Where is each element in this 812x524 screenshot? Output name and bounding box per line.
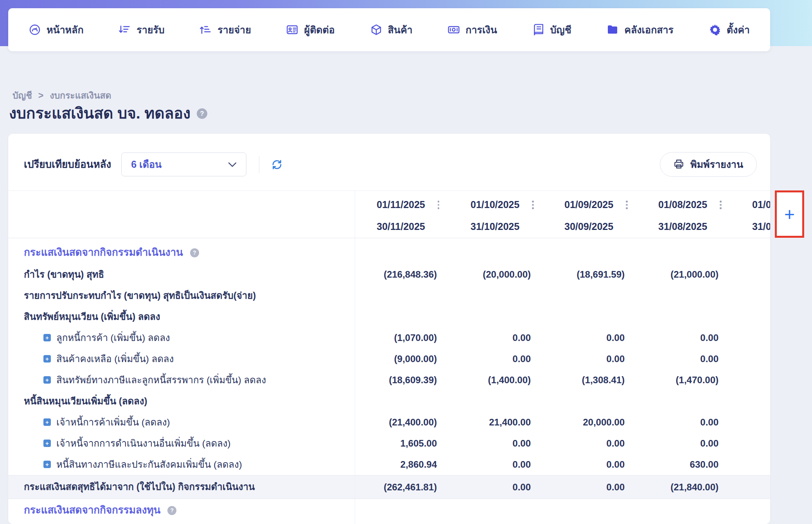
nav-item-income[interactable]: รายรับ: [119, 23, 164, 37]
table-row-bold: กำไร (ขาดทุน) สุทธิ(216,848.36)(20,000.0…: [8, 264, 770, 285]
row-label-cell: +หนี้สินทางภาษีและประกันสังคมเพิ่มขึ้น (…: [8, 458, 355, 472]
expand-row-icon[interactable]: +: [43, 334, 51, 341]
compare-label: เปรียบเทียบย้อนหลัง: [24, 157, 111, 171]
nav-item-accounting[interactable]: บัญชี: [532, 23, 571, 37]
table-row-bold: หนี้สินหมุนเวียนเพิ่มขึ้น (ลดลง): [8, 391, 770, 412]
table-row-expand: +เจ้าหนี้การค้าเพิ่มขึ้น (ลดลง)(21,400.0…: [8, 412, 770, 433]
print-report-button[interactable]: พิมพ์รายงาน: [660, 152, 757, 177]
nav-item-label: การเงิน: [465, 23, 497, 37]
row-value: 0.00: [543, 332, 636, 344]
help-icon[interactable]: ?: [167, 506, 176, 515]
row-value: 0.00: [449, 353, 543, 365]
row-value: 2,860.94: [355, 458, 449, 470]
period-end-line: 31/07/2025: [752, 221, 770, 232]
nav-item-settings[interactable]: ตั้งค่า: [709, 23, 750, 37]
row-value: 0.00: [543, 481, 636, 493]
expand-row-icon[interactable]: +: [43, 355, 51, 362]
period-start-date: 01/10/2025: [471, 199, 519, 210]
documents-icon: [606, 23, 619, 36]
row-label-cell: หนี้สินหมุนเวียนเพิ่มขึ้น (ลดลง): [8, 395, 355, 408]
row-value: 0.00: [449, 437, 543, 449]
row-label-cell: รายการปรับกระทบกำไร (ขาดทุน) สุทธิเป็นเง…: [8, 289, 355, 303]
breadcrumb-current-page: งบกระแสเงินสด: [50, 89, 111, 102]
period-dropdown-value: 6 เดือน: [131, 158, 228, 171]
row-label: หนี้สินทางภาษีและประกันสังคมเพิ่มขึ้น (ล…: [56, 458, 242, 472]
column-header-3: 01/09/202530/09/2025: [543, 191, 636, 238]
expand-row-icon[interactable]: +: [43, 376, 51, 384]
column-menu-icon[interactable]: [437, 200, 440, 210]
column-header-2: 01/10/202531/10/2025: [449, 191, 543, 238]
nav-item-label: ผู้ติดต่อ: [304, 23, 334, 37]
period-start-date: 01/11/2025: [377, 199, 425, 210]
expand-row-icon[interactable]: +: [43, 461, 51, 468]
row-value: 0.00: [449, 332, 543, 344]
expand-row-icon[interactable]: +: [43, 418, 51, 426]
row-label-cell: +สินค้าคงเหลือ (เพิ่มขึ้น) ลดลง: [8, 352, 355, 366]
row-label-cell: +เจ้าหนี้จากการดำเนินงานอื่นเพิ่มขึ้น (ล…: [8, 437, 355, 450]
row-label-cell: +เจ้าหนี้การค้าเพิ่มขึ้น (ลดลง): [8, 416, 355, 429]
row-value: 20,000.00: [543, 416, 636, 428]
expand-row-icon[interactable]: +: [43, 440, 51, 447]
column-menu-icon[interactable]: [625, 200, 629, 210]
row-value: (1,400.00): [449, 374, 543, 386]
period-start-date: 01/07/2025: [752, 199, 770, 210]
nav-item-finance[interactable]: การเงิน: [447, 23, 497, 37]
nav-item-home[interactable]: หน้าหลัก: [29, 23, 84, 37]
help-icon[interactable]: ?: [197, 108, 207, 119]
period-start-line: 01/08/2025: [658, 199, 730, 210]
row-label: กระแสเงินสดสุทธิได้มาจาก (ใช้ไปใน) กิจกร…: [24, 480, 255, 494]
nav-item-label: คลังเอกสาร: [624, 23, 674, 37]
breadcrumb: บัญชี > งบกระแสเงินสด: [13, 89, 111, 102]
row-label-cell: สินทรัพย์หมุนเวียน (เพิ่มขึ้น) ลดลง: [8, 310, 355, 324]
period-dropdown[interactable]: 6 เดือน: [121, 153, 246, 176]
row-label: เจ้าหนี้จากการดำเนินงานอื่นเพิ่มขึ้น (ลด…: [56, 437, 230, 450]
column-menu-icon[interactable]: [531, 200, 535, 210]
row-label-cell: กระแสเงินสดจากกิจกรรมลงทุน?: [8, 503, 355, 518]
table-row-expand: +สินทรัพย์ทางภาษีและลูกหนี้สรรพากร (เพิ่…: [8, 370, 770, 391]
row-label: กระแสเงินสดจากกิจกรรมลงทุน: [24, 503, 160, 518]
expense-icon: [199, 23, 212, 36]
table-row-section: กระแสเงินสดจากกิจกรรมลงทุน?: [8, 499, 770, 522]
column-menu-icon[interactable]: [719, 200, 722, 210]
nav-item-documents[interactable]: คลังเอกสาร: [606, 23, 674, 37]
table-column-divider: [355, 190, 355, 524]
row-value: 0.00: [543, 458, 636, 470]
printer-icon: [674, 159, 684, 170]
nav-item-contacts[interactable]: ผู้ติดต่อ: [286, 23, 334, 37]
period-end-line: 30/09/2025: [564, 221, 636, 232]
row-value: 0.00: [543, 353, 636, 365]
row-value: 1,605.00: [355, 437, 449, 449]
nav-item-label: ตั้งค่า: [727, 23, 750, 37]
nav-item-label: รายจ่าย: [217, 23, 251, 37]
breadcrumb-separator: >: [38, 90, 43, 101]
chevron-down-icon: [228, 162, 237, 167]
table-row-expand: +หนี้สินทางภาษีและประกันสังคมเพิ่มขึ้น (…: [8, 454, 770, 475]
period-end-line: 31/08/2025: [658, 221, 730, 232]
breadcrumb-link-accounting[interactable]: บัญชี: [13, 89, 32, 102]
page-title-row: งบกระแสเงินสด บจ. ทดลอง ?: [9, 102, 207, 125]
row-value: (21,840.00): [636, 481, 730, 493]
refresh-icon[interactable]: [271, 159, 283, 170]
row-label-cell: กำไร (ขาดทุน) สุทธิ: [8, 268, 355, 282]
accounting-icon: [532, 23, 545, 36]
nav-item-expense[interactable]: รายจ่าย: [199, 23, 251, 37]
period-start-line: 01/11/2025: [377, 199, 449, 210]
nav-item-label: บัญชี: [550, 23, 571, 37]
table-row-expand: +เจ้าหนี้จากการดำเนินงานอื่นเพิ่มขึ้น (ล…: [8, 433, 770, 454]
help-icon[interactable]: ?: [190, 248, 199, 257]
period-end-date: 31/08/2025: [658, 221, 707, 232]
row-value: 0.00: [449, 481, 543, 493]
nav-item-products[interactable]: สินค้า: [370, 23, 413, 37]
table-row-section: กระแสเงินสดจากกิจกรรมดำเนินงาน?: [8, 241, 770, 264]
row-value: 0.00: [449, 458, 543, 470]
nav-item-label: หน้าหลัก: [47, 23, 84, 37]
row-label: สินทรัพย์ทางภาษีและลูกหนี้สรรพากร (เพิ่ม…: [56, 373, 266, 387]
table-row-expand: +สินค้าคงเหลือ (เพิ่มขึ้น) ลดลง(9,000.00…: [8, 348, 770, 370]
row-value: (1,308.41): [543, 374, 636, 386]
period-end-date: 31/10/2025: [471, 221, 519, 232]
row-label: เจ้าหนี้การค้าเพิ่มขึ้น (ลดลง): [56, 416, 170, 429]
period-start-date: 01/09/2025: [564, 199, 613, 210]
row-value: (1,470.00): [636, 374, 730, 386]
add-comparison-column-button[interactable]: +: [777, 192, 802, 236]
column-header-5: 01/07/202531/07/2025: [730, 191, 770, 238]
